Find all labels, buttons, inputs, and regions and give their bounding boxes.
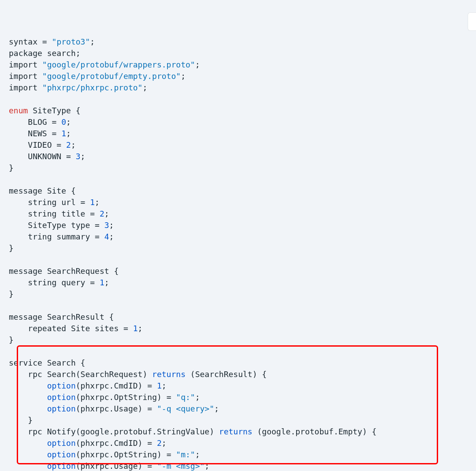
code-line: UNKNOWN = 3; — [9, 152, 85, 161]
code-line: string query = 1; — [9, 278, 109, 287]
code-line: } — [9, 243, 14, 253]
code-content: syntax = "proto3"; package search; impor… — [9, 36, 476, 471]
code-line: } — [9, 415, 33, 425]
code-line: repeated Site sites = 1; — [9, 324, 142, 333]
code-line: } — [9, 289, 14, 299]
code-line: option(phxrpc.CmdID) = 2; — [9, 438, 167, 448]
code-line: option(phxrpc.CmdID) = 1; — [9, 381, 167, 390]
code-line: SiteType type = 3; — [9, 221, 114, 230]
code-block: syntax = "proto3"; package search; impor… — [0, 0, 476, 471]
code-line: rpc Notify(google.protobuf.StringValue) … — [9, 427, 376, 436]
code-line: rpc Search(SearchRequest) returns (Searc… — [9, 370, 267, 379]
code-line: service Search { — [9, 358, 85, 367]
code-line: string url = 1; — [9, 198, 100, 207]
code-line: import "google/protobuf/wrappers.proto"; — [9, 60, 200, 69]
code-line: enum SiteType { — [9, 106, 81, 115]
code-line: option(phxrpc.OptString) = "m:"; — [9, 450, 200, 459]
code-line: BLOG = 0; — [9, 117, 71, 127]
code-line: message SearchRequest { — [9, 266, 119, 276]
code-line: option(phxrpc.Usage) = "-q <query>"; — [9, 404, 219, 413]
code-line: } — [9, 163, 14, 172]
code-line: import "google/protobuf/empty.proto"; — [9, 71, 186, 81]
code-line: syntax = "proto3"; — [9, 37, 95, 46]
code-line: } — [9, 335, 14, 344]
code-line: import "phxrpc/phxrpc.proto"; — [9, 83, 147, 92]
code-line: VIDEO = 2; — [9, 140, 76, 150]
code-line: NEWS = 1; — [9, 129, 71, 138]
code-line: option(phxrpc.Usage) = "-m <msg>"; — [9, 461, 209, 471]
code-line: message Site { — [9, 186, 76, 195]
code-line: message SearchResult { — [9, 312, 114, 321]
copy-button[interactable] — [468, 12, 476, 31]
code-line: string title = 2; — [9, 209, 109, 218]
code-line: option(phxrpc.OptString) = "q:"; — [9, 392, 200, 402]
code-line: package search; — [9, 49, 81, 58]
code-line: tring summary = 4; — [9, 232, 114, 241]
